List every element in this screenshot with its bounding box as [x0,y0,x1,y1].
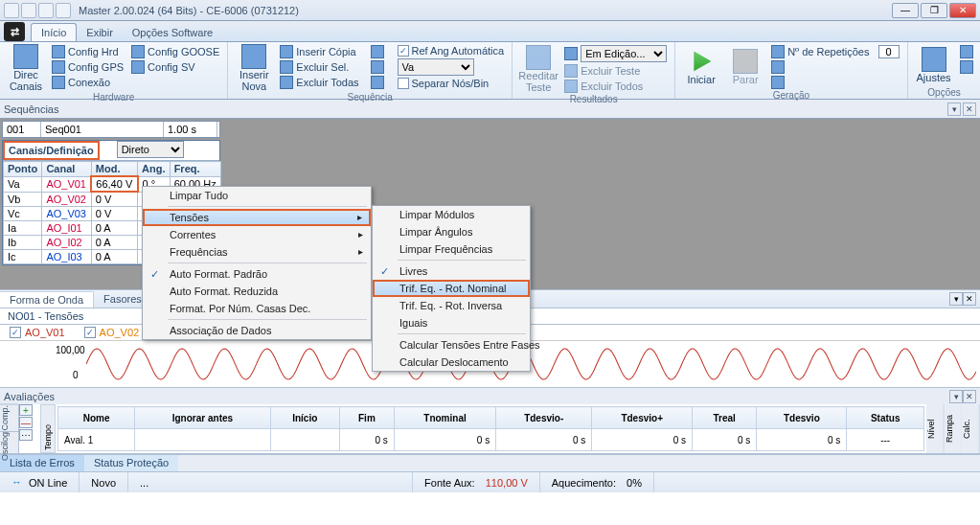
qat-btn-1[interactable] [4,3,19,18]
config-goose-button[interactable]: Config GOOSE [129,44,221,59]
iniciar-button[interactable]: Iniciar [681,44,721,90]
opt-tool-1[interactable] [958,44,975,59]
ctx-auto-format-reduzida[interactable]: Auto Format. Reduzida [143,283,371,300]
play-icon [689,49,714,74]
remove-row-button[interactable]: — [19,417,33,428]
ctx-correntes[interactable]: Correntes [143,226,371,243]
seq-code-input[interactable] [3,122,41,137]
tab-forma-onda[interactable]: Forma de Onda [0,291,94,308]
more-button[interactable]: ⋯ [19,429,33,441]
link-icon [52,76,65,89]
tab-inicio[interactable]: Início [31,23,77,41]
ctx-trif-rot-nominal[interactable]: Trif. Eq. - Rot. Nominal [373,280,530,297]
aval-close-icon[interactable]: ✕ [963,390,976,403]
separar-nos-bin-check[interactable]: Separar Nós/Bin [396,77,507,90]
status-online[interactable]: ↔ON Line [0,472,80,492]
qat-btn-2[interactable] [21,3,36,18]
parar-button[interactable]: Parar [725,44,765,90]
opt-tool-2[interactable] [958,59,975,75]
app-icon[interactable]: ⇄ [4,22,25,41]
online-icon: ↔ [11,476,25,490]
col-canal[interactable]: Canal [42,162,91,177]
ctx-limpar-tudo[interactable]: Limpar Tudo [143,187,371,204]
ctx-tensoes[interactable]: Tensões [143,209,371,226]
status-novo: Novo [80,472,128,492]
right-tab-rampa[interactable]: Rampa [945,404,963,453]
excluir-todas-button[interactable]: Excluir Todas [278,75,360,90]
side-tab-comp[interactable]: Comp. [0,404,18,431]
wave-drop-icon[interactable]: ▾ [949,292,963,306]
tab-opcoes[interactable]: Opções Software [123,24,222,41]
config-gps-button[interactable]: Config GPS [50,59,125,75]
col-mod[interactable]: Mod. [91,162,137,177]
ctx-limpar-frequencias[interactable]: Limpar Frequências [373,240,530,258]
excluir-todos-button[interactable]: Excluir Todos [562,79,669,94]
ctx-limpar-angulos[interactable]: Limpar Ângulos [373,223,530,240]
ctx-trif-rot-inversa[interactable]: Trif. Eq. - Rot. Inversa [373,297,530,314]
excluir-sel-button[interactable]: Excluir Sel. [278,59,360,75]
tool-button-2[interactable] [369,59,386,75]
tab-exibir[interactable]: Exibir [77,24,123,41]
ctx-livres[interactable]: Livres [373,262,530,280]
num-repeticoes-input[interactable] [878,45,900,58]
wave-close-icon[interactable]: ✕ [963,292,976,306]
goose-icon [131,45,145,58]
tempo-tab[interactable]: Tempo [40,404,56,453]
group-hardware-title: Hardware [6,92,221,103]
status-bar: ↔ON Line Novo ... Fonte Aux: 110,00 V Aq… [0,471,980,492]
right-tab-nivel[interactable]: Nível [926,404,945,453]
ctx-associacao-dados[interactable]: Associação de Dados [143,322,371,339]
col-ponto[interactable]: Ponto [4,162,42,177]
seq-name-input[interactable] [41,122,164,137]
grid-mode-combo[interactable]: Direto [117,141,184,158]
bottom-tabs: Lista de Erros Status Proteção [0,454,980,471]
gen-tool-2[interactable] [769,75,900,90]
edit-state-combo[interactable]: Em Edição... [562,44,669,63]
inserir-copia-button[interactable]: Inserir Cópia [278,44,360,59]
qat-btn-3[interactable] [38,3,54,18]
excluir-teste-button[interactable]: Excluir Teste [562,63,669,79]
seq-dur-input[interactable] [164,122,217,137]
ctx-frequencias[interactable]: Frequências [143,243,371,261]
side-tab-oscilog[interactable]: Oscilog [0,431,18,461]
wave-ch1[interactable]: ✓AO_V02 [84,327,140,338]
ref-ang-auto-check[interactable]: ✓Ref Ang Automática [396,44,507,57]
canais-definicao-label[interactable]: Canais/Definição [3,141,100,160]
tab-status-protecao[interactable]: Status Proteção [84,455,178,471]
maximize-button[interactable]: ❐ [921,3,947,18]
ctx-calc-deslocamento[interactable]: Calcular Deslocamento [373,354,530,371]
ctx-format-casas-dec[interactable]: Format. Por Núm. Casas Dec. [143,300,371,317]
col-ang[interactable]: Ang. [138,162,171,177]
gen-tool-1[interactable] [769,59,900,75]
add-row-button[interactable]: + [19,404,33,416]
col-freq[interactable]: Freq. [170,162,220,177]
seqbar-close-icon[interactable]: ✕ [963,103,976,116]
delete-icon [280,60,293,74]
config-sv-button[interactable]: Config SV [129,59,221,75]
tool-button-1[interactable] [369,44,386,59]
tool-button-3[interactable] [369,75,386,90]
ctx-auto-format-padrao[interactable]: Auto Format. Padrão [143,265,371,283]
num-repeticoes-field[interactable]: Nº de Repetições [769,44,900,59]
config-hrd-button[interactable]: Config Hrd [50,44,125,59]
pause-icon [733,49,758,74]
tool-icon [371,76,384,89]
ctx-limpar-modulos[interactable]: Limpar Módulos [373,206,530,223]
wave-ch0[interactable]: ✓AO_V01 [10,327,65,338]
ctx-iguais[interactable]: Iguais [373,314,530,331]
ajustes-button[interactable]: Ajustes [914,44,954,87]
minimize-button[interactable]: — [892,3,919,18]
va-combo[interactable]: Va [396,57,507,77]
reeditar-teste-button[interactable]: Reeditar Teste [518,44,558,94]
qat-btn-4[interactable] [56,3,71,18]
status-fonte: Fonte Aux: 110,00 V [413,472,540,492]
delete-icon [564,64,578,78]
ctx-calc-tensoes-fases[interactable]: Calcular Tensões Entre Fases [373,336,530,354]
direc-canais-button[interactable]: Direc Canais [6,44,46,92]
conexao-button[interactable]: Conexão [50,75,125,90]
aval-drop-icon[interactable]: ▾ [949,390,963,403]
seqbar-drop-icon[interactable]: ▾ [947,103,961,116]
close-button[interactable]: ✕ [949,3,976,18]
inserir-nova-button[interactable]: Inserir Nova [234,44,274,92]
right-tab-calc[interactable]: Calc. [962,404,980,453]
